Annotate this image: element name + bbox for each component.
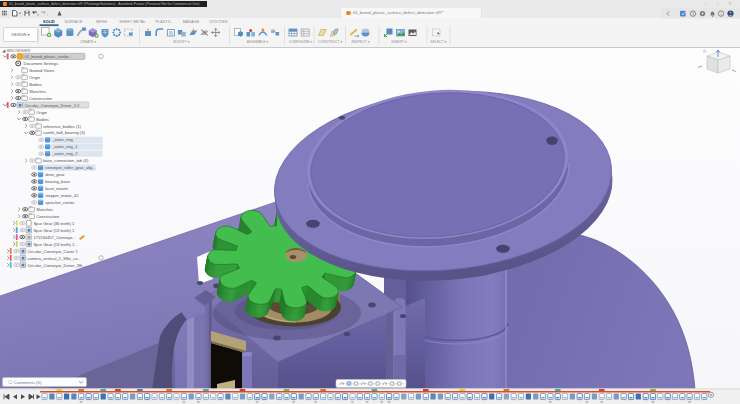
svg-text:Sketches: Sketches [29,89,46,94]
svg-text:Construction: Construction [36,214,60,219]
svg-text:bearing_base: bearing_base [45,179,71,184]
svg-text:Origin: Origin [36,110,48,115]
svg-text:base_connection_tab (4): base_connection_tab (4) [43,158,89,163]
svg-text:_outer_ring_1: _outer_ring_1 [51,144,78,149]
svg-text:Circular_Conveyor_Cover 1: Circular_Conveyor_Cover 1 [27,249,78,254]
svg-text:reference_bodies (1): reference_bodies (1) [43,124,81,129]
svg-text:Spur Gear (13 teeth) 1...: Spur Gear (13 teeth) 1... [33,242,77,247]
svg-text:camfit_ball_bearing (3): camfit_ball_bearing (3) [43,130,85,135]
svg-text:laser_mount: laser_mount [45,186,68,191]
svg-text:Spur Gear (36 teeth) 1: Spur Gear (36 teeth) 1 [33,221,75,226]
svg-text:Bodies: Bodies [29,82,42,87]
svg-text:Origin: Origin [29,75,41,80]
svg-text:sprocket_center: sprocket_center [45,200,75,205]
svg-text:Spur Gear (13 teeth) 1: Spur Gear (13 teeth) 1 [33,228,75,233]
svg-text:Construction: Construction [29,96,53,101]
svg-text:conveyor_roller_gear_alig...: conveyor_roller_gear_alig... [45,165,96,170]
svg-text:Circular_Conveyor_Driver_38i..: Circular_Conveyor_Driver_38i... [27,263,85,268]
svg-text:Bodies: Bodies [36,117,49,122]
svg-text:171534457_Conveyo...: 171534457_Conveyo... [33,235,75,240]
svg-text:_outer_ring: _outer_ring [51,137,73,142]
svg-text:drive_gear: drive_gear [45,172,65,177]
svg-text:_outer_ring_2: _outer_ring_2 [51,151,78,156]
svg-text:camera_vertical_2_38in_ca...: camera_vertical_2_38in_ca... [27,256,80,261]
svg-text:01_brand_plastic_surfac...: 01_brand_plastic_surfac... [24,54,72,59]
svg-text:stepper_motor_42: stepper_motor_42 [45,193,79,198]
svg-text:🗨 Comments (0): 🗨 Comments (0) [8,380,42,385]
svg-text:Sketches: Sketches [36,207,53,212]
svg-text:Named Views: Named Views [29,68,54,73]
svg-text:Document Settings: Document Settings [24,61,59,66]
svg-text:Circular_Conveyor_Driver_1:1: Circular_Conveyor_Driver_1:1 [24,103,80,108]
